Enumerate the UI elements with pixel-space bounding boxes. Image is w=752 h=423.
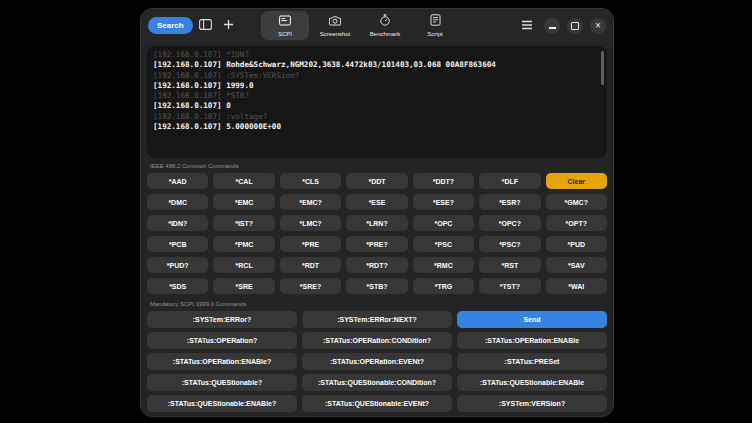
console-output[interactable]: [192.168.0.107] *IDN? [192.168.0.107] Ro… — [147, 46, 607, 158]
command-button[interactable]: :STATus:QUEStionable? — [147, 374, 297, 391]
command-button[interactable]: *OPC — [413, 215, 474, 231]
tab-screenshot[interactable]: Screenshot — [311, 11, 359, 40]
command-button[interactable]: :STATus:OPERation:CONDition? — [302, 332, 452, 349]
command-button[interactable]: :SYSTem:ERRor:NEXT? — [302, 311, 452, 328]
command-button[interactable]: *OPC? — [479, 215, 540, 231]
command-button[interactable]: *IST? — [213, 215, 274, 231]
command-button[interactable]: *TST? — [479, 278, 540, 294]
command-button[interactable]: *EMC? — [280, 194, 341, 210]
maximize-button[interactable] — [567, 18, 583, 34]
search-button[interactable]: Search — [148, 17, 193, 34]
command-button[interactable]: :STATus:PRESet — [457, 353, 607, 370]
command-button[interactable]: *CAL — [213, 173, 274, 189]
command-button[interactable]: :STATus:QUEStionable:ENABle? — [147, 395, 297, 412]
command-button[interactable]: *RDT? — [346, 257, 407, 273]
console-line: [192.168.0.107] 1999.0 — [153, 81, 601, 91]
command-button[interactable]: *AAD — [147, 173, 208, 189]
command-button[interactable]: *GMC? — [546, 194, 607, 210]
command-button[interactable]: :SYSTem:VERSion? — [457, 395, 607, 412]
command-button[interactable]: *DMC — [147, 194, 208, 210]
command-button[interactable]: *PUD? — [147, 257, 208, 273]
command-button[interactable]: *PSC? — [479, 236, 540, 252]
command-button[interactable]: *IDN? — [147, 215, 208, 231]
command-button[interactable]: *STB? — [346, 278, 407, 294]
command-button[interactable]: *LMC? — [280, 215, 341, 231]
console-line: [192.168.0.107] 0 — [153, 101, 601, 111]
command-button[interactable]: *PUD — [546, 236, 607, 252]
plus-icon — [223, 18, 234, 33]
command-button[interactable]: :STATus:QUEStionable:EVENt? — [302, 395, 452, 412]
console-lines: [192.168.0.107] *IDN? [192.168.0.107] Ro… — [153, 50, 601, 132]
hamburger-icon — [521, 18, 533, 33]
command-button[interactable]: *RST — [479, 257, 540, 273]
command-button[interactable]: :SYSTem:ERRor? — [147, 311, 297, 328]
command-button[interactable]: :STATus:QUEStionable:ENABle — [457, 374, 607, 391]
command-button[interactable]: *SRE — [213, 278, 274, 294]
command-button[interactable]: *EMC — [213, 194, 274, 210]
script-icon — [430, 14, 441, 29]
command-button[interactable]: :STATus:QUEStionable:CONDition? — [302, 374, 452, 391]
close-icon: × — [595, 21, 601, 31]
sidebar-toggle-icon — [199, 18, 212, 33]
console-scrollbar[interactable] — [601, 51, 604, 85]
command-button[interactable]: *OPT? — [546, 215, 607, 231]
command-button[interactable]: *PRE? — [346, 236, 407, 252]
tab-label: Script — [427, 31, 442, 37]
command-button[interactable]: *DDT — [346, 173, 407, 189]
command-button[interactable]: :STATus:OPERation:ENABle? — [147, 353, 297, 370]
command-button[interactable]: *SDS — [147, 278, 208, 294]
tab-script[interactable]: Script — [411, 11, 459, 40]
command-button[interactable]: *ESE? — [413, 194, 474, 210]
command-button[interactable]: *LRN? — [346, 215, 407, 231]
camera-icon — [329, 14, 341, 29]
command-button[interactable]: *SAV — [546, 257, 607, 273]
command-button[interactable]: *SRE? — [280, 278, 341, 294]
command-button[interactable]: *CLS — [280, 173, 341, 189]
new-tab-button[interactable] — [219, 16, 239, 36]
app-window: Search SCPI Screenshot — [140, 8, 614, 417]
command-button[interactable]: :STATus:OPERation:EVENt? — [302, 353, 452, 370]
tab-scpi[interactable]: SCPI — [261, 11, 309, 40]
close-button[interactable]: × — [590, 18, 606, 34]
maximize-icon — [571, 22, 579, 30]
console-line: [192.168.0.107] 5.000000E+00 — [153, 122, 601, 132]
command-button[interactable]: *PSC — [413, 236, 474, 252]
tab-benchmark[interactable]: Benchmark — [361, 11, 409, 40]
console-line: [192.168.0.107] Rohde&Schwarz,NGM202,363… — [153, 60, 601, 70]
console-line: [192.168.0.107] *IDN? — [153, 50, 601, 60]
command-button[interactable]: :STATus:OPERation? — [147, 332, 297, 349]
console-line: [192.168.0.107] *STB? — [153, 91, 601, 101]
command-button[interactable]: :STATus:OPERation:ENABle — [457, 332, 607, 349]
header-bar: Search SCPI Screenshot — [141, 9, 613, 42]
send-button[interactable]: Send — [457, 311, 607, 328]
terminal-icon — [279, 14, 291, 29]
minimize-icon — [549, 27, 556, 29]
tab-label: Benchmark — [370, 31, 400, 37]
console-line: [192.168.0.107] :voltage? — [153, 112, 601, 122]
command-button[interactable]: *ESE — [346, 194, 407, 210]
command-button[interactable]: *RMC — [413, 257, 474, 273]
scpi-command-grid: :SYSTem:ERRor? :SYSTem:ERRor:NEXT? Send … — [147, 311, 607, 412]
section-title-scpi: Mandatory SCPI 1999.0 Commands — [150, 301, 604, 308]
command-button[interactable]: *RCL — [213, 257, 274, 273]
command-button[interactable]: *PCB — [147, 236, 208, 252]
ieee-command-grid: *AAD *CAL *CLS *DDT *DDT? *DLF Clear *DM… — [147, 173, 607, 294]
command-button[interactable]: *ESR? — [479, 194, 540, 210]
clear-button[interactable]: Clear — [546, 173, 607, 189]
sidebar-toggle-button[interactable] — [196, 16, 216, 36]
command-button[interactable]: *TRG — [413, 278, 474, 294]
command-button[interactable]: *RDT — [280, 257, 341, 273]
section-title-ieee: IEEE 488.2 Common Commands — [150, 163, 604, 170]
console-line: [192.168.0.107] :SYSTem:VERSion? — [153, 71, 601, 81]
menu-button[interactable] — [517, 16, 537, 36]
command-button[interactable]: *PMC — [213, 236, 274, 252]
stopwatch-icon — [379, 14, 391, 29]
tab-strip: SCPI Screenshot Benchmark Script — [261, 11, 459, 40]
command-button[interactable]: *PRE — [280, 236, 341, 252]
window-controls: × — [517, 16, 606, 36]
tab-label: Screenshot — [320, 31, 350, 37]
command-button[interactable]: *WAI — [546, 278, 607, 294]
command-button[interactable]: *DDT? — [413, 173, 474, 189]
command-button[interactable]: *DLF — [479, 173, 540, 189]
minimize-button[interactable] — [544, 18, 560, 34]
